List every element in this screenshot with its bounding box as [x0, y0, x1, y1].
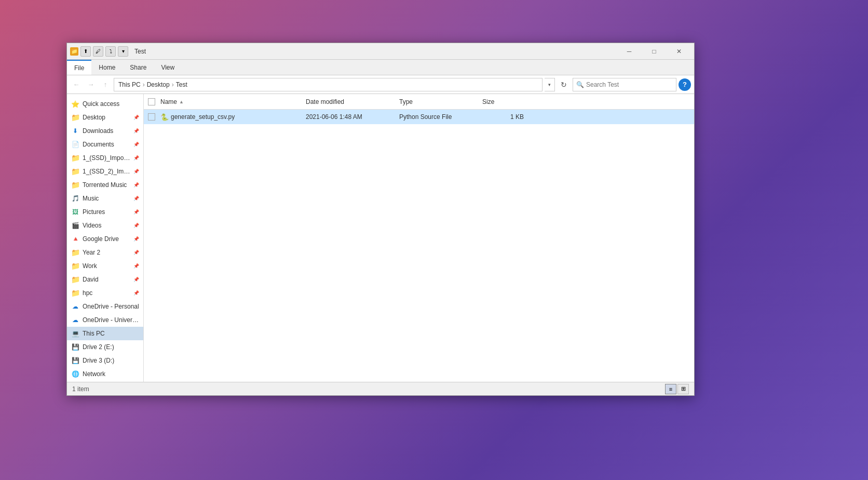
- folder-icon-hpc: 📁: [71, 289, 79, 297]
- list-view-button[interactable]: ≡: [665, 384, 676, 394]
- network-icon: 🌐: [71, 370, 79, 378]
- sidebar-label-onedrive-uni: OneDrive - University: [83, 316, 139, 324]
- sidebar-item-documents[interactable]: 📄 Documents 📌: [67, 138, 143, 151]
- file-type-label: Python Source File: [399, 113, 482, 121]
- sidebar-item-work[interactable]: 📁 Work 📌: [67, 259, 143, 273]
- table-row[interactable]: 🐍 generate_setup_csv.py 2021-06-06 1:48 …: [144, 110, 694, 124]
- file-size: 1 KB: [482, 113, 524, 121]
- crumb-desktop[interactable]: Desktop: [147, 81, 170, 88]
- sidebar-item-onedrive-personal[interactable]: ☁ OneDrive - Personal: [67, 300, 143, 313]
- tab-home[interactable]: Home: [91, 60, 123, 75]
- header-checkbox[interactable]: [148, 98, 160, 105]
- folder-icon-1ssd2: 📁: [71, 167, 79, 176]
- download-icon: ⬇: [71, 127, 79, 135]
- sidebar-item-network[interactable]: 🌐 Network: [67, 367, 143, 381]
- forward-button[interactable]: →: [85, 78, 97, 91]
- quick-access-btn-4[interactable]: ▾: [118, 46, 128, 57]
- sidebar-label-this-pc: This PC: [83, 330, 105, 337]
- crumb-test[interactable]: Test: [176, 81, 187, 88]
- sidebar-item-onedrive-uni[interactable]: ☁ OneDrive - University: [67, 313, 143, 327]
- search-input[interactable]: [586, 81, 673, 88]
- quick-access-btn-1[interactable]: ⬆: [80, 46, 91, 57]
- tab-share[interactable]: Share: [123, 60, 154, 75]
- search-box[interactable]: 🔍: [573, 78, 676, 91]
- sidebar-item-1ssd[interactable]: 📁 1_(SSD)_Importa 📌: [67, 151, 143, 165]
- pin-icon-dl: 📌: [133, 128, 139, 134]
- ribbon: File Home Share View: [67, 60, 694, 75]
- back-button[interactable]: ←: [70, 78, 83, 91]
- window-icon: 📁: [70, 47, 78, 56]
- quick-access-btn-3[interactable]: ⤵: [105, 46, 116, 57]
- column-name[interactable]: Name ▲: [160, 98, 306, 105]
- onedrive-personal-icon: ☁: [71, 302, 79, 311]
- sidebar-item-hpc[interactable]: 📁 hpc 📌: [67, 286, 143, 300]
- view-buttons: ≡ ⊞: [665, 384, 689, 394]
- sidebar-item-drive2[interactable]: 💾 Drive 2 (E:): [67, 340, 143, 354]
- file-checkbox[interactable]: [148, 113, 160, 121]
- column-headers: Name ▲ Date modified Type Size: [144, 94, 694, 110]
- close-button[interactable]: ✕: [667, 44, 691, 59]
- window-title: Test: [134, 48, 146, 55]
- sidebar-item-quick-access[interactable]: ⭐ Quick access: [67, 97, 143, 111]
- sidebar-label-drive3: Drive 3 (D:): [83, 357, 114, 364]
- file-explorer-window: 📁 ⬆ 🖊 ⤵ ▾ Test ─ □ ✕ File Home Share Vie…: [66, 43, 695, 396]
- pin-icon-doc: 📌: [133, 142, 139, 147]
- pin-icon-work: 📌: [133, 263, 139, 269]
- quick-access-btn-2[interactable]: 🖊: [93, 46, 103, 57]
- sidebar-item-drive3[interactable]: 💾 Drive 3 (D:): [67, 354, 143, 367]
- pin-icon-year2: 📌: [133, 250, 139, 255]
- column-size[interactable]: Size: [482, 98, 524, 105]
- file-name: generate_setup_csv.py: [171, 113, 306, 121]
- sidebar-item-downloads[interactable]: ⬇ Downloads 📌: [67, 124, 143, 138]
- pin-icon-1ssd2: 📌: [133, 169, 139, 174]
- sidebar-label-1ssd2: 1_(SSD_2)_Impor: [83, 168, 130, 175]
- breadcrumb[interactable]: This PC › Desktop › Test: [114, 78, 542, 91]
- title-bar-left: 📁 ⬆ 🖊 ⤵ ▾ Test: [70, 46, 146, 57]
- sidebar-label-onedrive-personal: OneDrive - Personal: [83, 303, 139, 310]
- sidebar-label-desktop: Desktop: [83, 114, 105, 121]
- up-button[interactable]: ↑: [99, 78, 112, 91]
- folder-icon-1ssd: 📁: [71, 154, 79, 162]
- pin-icon-gd: 📌: [133, 236, 139, 242]
- pictures-icon: 🖼: [71, 208, 79, 216]
- pin-icon-hpc: 📌: [133, 290, 139, 296]
- select-all-checkbox[interactable]: [148, 98, 155, 105]
- column-type[interactable]: Type: [399, 98, 482, 105]
- sidebar-item-google-drive[interactable]: 🔺 Google Drive 📌: [67, 232, 143, 246]
- sort-arrow-name: ▲: [179, 99, 184, 104]
- help-button[interactable]: ?: [679, 78, 691, 91]
- crumb-this-pc[interactable]: This PC: [118, 81, 141, 88]
- sidebar-label-network: Network: [83, 370, 105, 378]
- music-icon: 🎵: [71, 194, 79, 203]
- file-type-icon: 🐍: [160, 113, 169, 121]
- breadcrumb-dropdown[interactable]: ▾: [545, 78, 555, 91]
- column-date-modified[interactable]: Date modified: [306, 98, 399, 105]
- sidebar-item-david[interactable]: 📁 David 📌: [67, 273, 143, 286]
- file-select-checkbox[interactable]: [148, 113, 155, 121]
- sidebar-item-year2[interactable]: 📁 Year 2 📌: [67, 246, 143, 259]
- minimize-button[interactable]: ─: [617, 44, 641, 59]
- sidebar-label-drive2: Drive 2 (E:): [83, 343, 114, 351]
- sidebar-label-torrented-music: Torrented Music: [83, 181, 127, 189]
- folder-icon-work: 📁: [71, 262, 79, 270]
- sidebar-label-year2: Year 2: [83, 249, 100, 256]
- details-view-button[interactable]: ⊞: [677, 384, 689, 394]
- sidebar-item-1ssd2[interactable]: 📁 1_(SSD_2)_Impor 📌: [67, 165, 143, 178]
- window-controls: ─ □ ✕: [617, 44, 691, 59]
- refresh-button[interactable]: ↻: [557, 78, 571, 91]
- sidebar-label-google-drive: Google Drive: [83, 235, 119, 243]
- sidebar-label-videos: Videos: [83, 222, 101, 229]
- sidebar: ⭐ Quick access 📁 Desktop 📌 ⬇ Downloads 📌…: [67, 94, 144, 382]
- sidebar-item-torrented-music[interactable]: 📁 Torrented Music 📌: [67, 178, 143, 192]
- tab-file[interactable]: File: [67, 60, 91, 75]
- sidebar-item-this-pc[interactable]: 💻 This PC: [67, 327, 143, 340]
- tab-view[interactable]: View: [154, 60, 182, 75]
- sidebar-item-desktop[interactable]: 📁 Desktop 📌: [67, 111, 143, 124]
- sidebar-item-videos[interactable]: 🎬 Videos 📌: [67, 219, 143, 232]
- drive2-icon: 💾: [71, 343, 79, 351]
- maximize-button[interactable]: □: [642, 44, 666, 59]
- drive3-icon: 💾: [71, 356, 79, 365]
- sidebar-item-pictures[interactable]: 🖼 Pictures 📌: [67, 205, 143, 219]
- sidebar-item-music[interactable]: 🎵 Music 📌: [67, 192, 143, 205]
- sidebar-label-documents: Documents: [83, 141, 114, 148]
